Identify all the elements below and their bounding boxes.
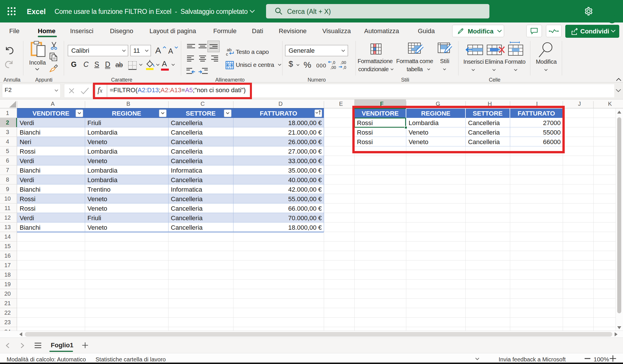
svg-text:,00: ,00 [330, 65, 336, 69]
svg-text:,0: ,0 [343, 65, 346, 69]
svg-text:,00: ,00 [341, 60, 346, 65]
svg-text:c: c [226, 52, 228, 56]
svg-text:,0: ,0 [332, 60, 335, 65]
